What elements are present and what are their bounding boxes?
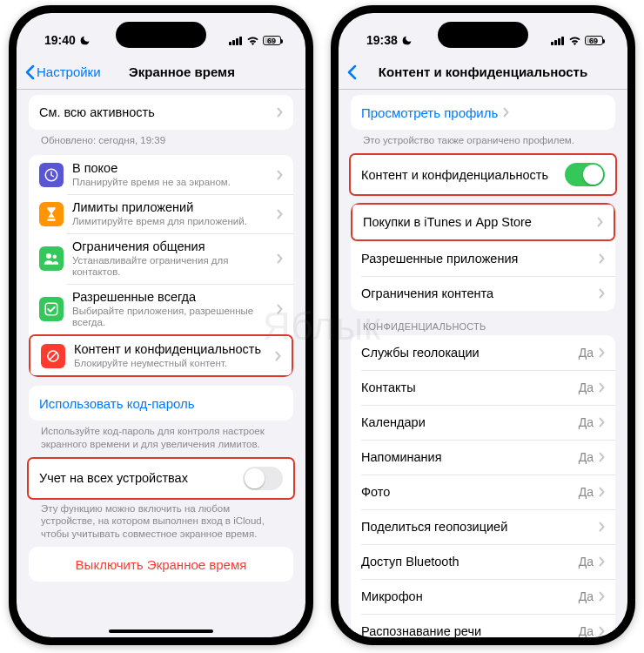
svg-rect-13 (561, 37, 564, 45)
svg-point-6 (53, 255, 57, 259)
privacy-row-5[interactable]: Поделиться геопозицией (351, 509, 615, 544)
screentime-item-4[interactable]: Контент и конфиденциальность Блокируйте … (30, 336, 292, 375)
content-privacy-toggle[interactable]: Контент и конфиденциальность (351, 155, 615, 194)
row-icon (39, 297, 64, 321)
svg-rect-0 (229, 42, 231, 45)
content-row-1[interactable]: Разрешенные приложения (351, 241, 615, 276)
phone-left: 19:40 69 Настройки (9, 5, 313, 645)
row-value: Да (579, 485, 594, 499)
clock: 19:38 (366, 33, 398, 47)
chevron-right-icon (599, 288, 605, 299)
chevron-right-icon (599, 591, 605, 602)
nav-bar: Контент и конфиденциальность (339, 55, 627, 90)
battery-icon: 69 (263, 36, 281, 45)
turn-off-screentime[interactable]: Выключить Экранное время (29, 547, 293, 582)
chevron-right-icon (599, 347, 605, 358)
row-icon (39, 163, 64, 187)
privacy-row-8[interactable]: Распознавание речи Да (351, 614, 615, 637)
row-icon (41, 344, 65, 368)
content-row-2[interactable]: Ограничения контента (351, 276, 615, 311)
chevron-right-icon (599, 253, 605, 264)
row-title: В покое (72, 161, 272, 176)
wifi-icon (246, 36, 259, 45)
row-subtitle: Устанавливайте ограничения для контактов… (72, 255, 272, 278)
dnd-moon-icon (79, 35, 91, 46)
chevron-right-icon (277, 209, 283, 219)
row-title: Лимиты приложений (72, 200, 272, 215)
view-profile[interactable]: Просмотреть профиль (351, 95, 615, 130)
svg-rect-12 (558, 38, 560, 45)
privacy-header: КОНФИДЕНЦИАЛЬНОСТЬ (339, 311, 627, 335)
profile-note: Это устройство также ограничено профилем… (351, 130, 615, 146)
row-title: Ограничения общения (72, 239, 272, 254)
toggle[interactable] (565, 163, 605, 186)
screentime-item-3[interactable]: Разрешенные всегда Выбирайте приложения,… (29, 284, 293, 334)
chevron-right-icon (597, 217, 603, 227)
row-subtitle: Планируйте время не за экраном. (72, 177, 272, 188)
use-passcode[interactable]: Использовать код-пароль (29, 386, 293, 421)
row-title: Разрешенные всегда (72, 290, 272, 305)
row-icon (39, 246, 64, 271)
row-subtitle: Выбирайте приложения, разрешенные всегда… (72, 306, 272, 328)
screentime-item-2[interactable]: Ограничения общения Устанавливайте огран… (29, 233, 293, 284)
row-value: Да (579, 555, 594, 569)
chevron-right-icon (277, 304, 283, 314)
content-row-0[interactable]: Покупки в iTunes и App Store (352, 205, 614, 239)
privacy-row-7[interactable]: Микрофон Да (351, 579, 615, 614)
chevron-right-icon (599, 487, 605, 497)
cellular-icon (229, 36, 243, 45)
chevron-right-icon (503, 107, 509, 118)
back-button[interactable]: Настройки (25, 64, 101, 80)
row-value: Да (579, 346, 594, 360)
privacy-row-6[interactable]: Доступ Bluetooth Да (351, 544, 615, 579)
screentime-item-1[interactable]: Лимиты приложений Лимитируйте время для … (29, 194, 293, 233)
wifi-icon (568, 36, 581, 45)
chevron-right-icon (277, 253, 283, 264)
chevron-right-icon (599, 382, 605, 393)
home-indicator (109, 629, 213, 633)
chevron-right-icon (599, 626, 605, 636)
row-value: Да (579, 589, 594, 603)
toggle[interactable] (243, 467, 283, 490)
chevron-right-icon (599, 522, 605, 532)
page-title: Экранное время (129, 64, 235, 79)
page-title: Контент и конфиденциальность (379, 64, 587, 79)
screentime-item-0[interactable]: В покое Планируйте время не за экраном. (29, 155, 293, 194)
svg-rect-3 (239, 37, 242, 45)
privacy-row-2[interactable]: Календари Да (351, 405, 615, 440)
see-all-activity[interactable]: См. всю активность (29, 95, 293, 130)
svg-rect-10 (551, 42, 553, 45)
chevron-right-icon (277, 107, 283, 118)
row-subtitle: Блокируйте неуместный контент. (74, 358, 270, 369)
privacy-row-0[interactable]: Службы геолокации Да (351, 335, 615, 370)
dynamic-island (438, 22, 528, 48)
row-value: Да (579, 624, 594, 637)
chevron-right-icon (599, 452, 605, 462)
updated-note: Обновлено: сегодня, 19:39 (29, 130, 293, 146)
svg-rect-7 (45, 304, 57, 316)
svg-line-9 (50, 352, 57, 360)
row-subtitle: Лимитируйте время для приложений. (72, 216, 272, 227)
passcode-note: Используйте код-пароль для контроля наст… (29, 421, 293, 450)
svg-rect-2 (236, 38, 238, 45)
back-button[interactable] (347, 64, 357, 80)
privacy-row-4[interactable]: Фото Да (351, 475, 615, 509)
row-value: Да (579, 415, 594, 429)
row-icon (39, 202, 64, 226)
chevron-right-icon (277, 170, 283, 180)
row-value: Да (579, 380, 594, 394)
nav-bar: Настройки Экранное время (17, 55, 305, 90)
row-value: Да (579, 450, 594, 464)
privacy-row-3[interactable]: Напоминания Да (351, 440, 615, 475)
sharing-note: Эту функцию можно включить на любом устр… (29, 498, 293, 540)
svg-rect-1 (232, 40, 235, 45)
svg-point-5 (46, 253, 51, 259)
chevron-right-icon (599, 417, 605, 427)
share-across-devices[interactable]: Учет на всех устройствах (29, 459, 293, 498)
chevron-right-icon (275, 351, 281, 361)
chevron-right-icon (599, 556, 605, 567)
dynamic-island (116, 22, 206, 48)
battery-icon: 69 (585, 36, 603, 45)
privacy-row-1[interactable]: Контакты Да (351, 370, 615, 405)
dnd-moon-icon (401, 35, 413, 46)
